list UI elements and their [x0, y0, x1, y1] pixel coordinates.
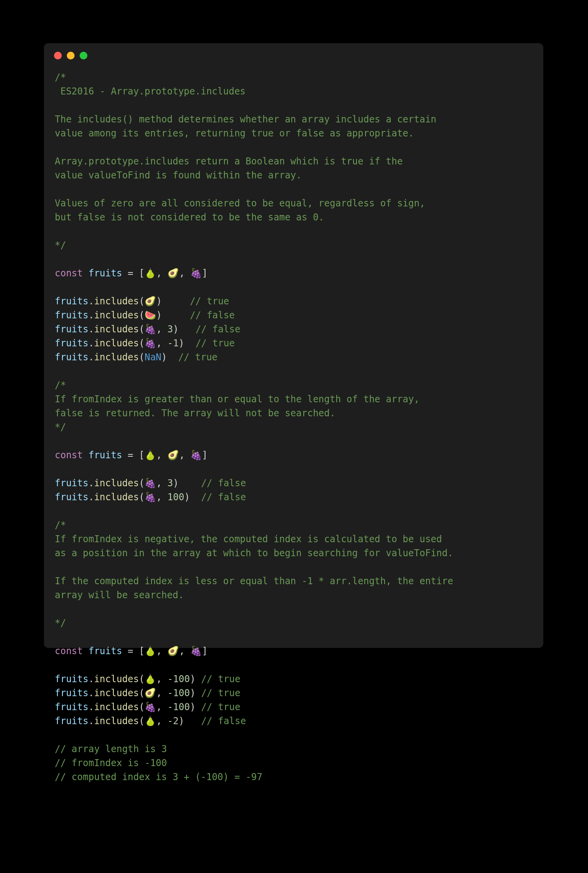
var-fruits: fruits [55, 716, 89, 726]
traffic-light-minimize[interactable] [67, 52, 75, 59]
avocado-icon: 🥑 [167, 450, 179, 461]
keyword-const: const [55, 450, 83, 461]
watermelon-icon: 🍉 [144, 310, 156, 321]
var-fruits: fruits [55, 310, 89, 321]
paren-open: ( [139, 702, 144, 712]
avocado-icon: 🥑 [144, 296, 156, 307]
paren-close: ) [173, 324, 179, 335]
comma: , [156, 478, 167, 489]
grapes-icon: 🍇 [144, 478, 156, 489]
paren-close: ) [190, 702, 195, 712]
var-fruits: fruits [55, 478, 89, 489]
method-includes: includes [94, 674, 139, 684]
grapes-icon: 🍇 [144, 492, 156, 503]
pear-icon: 🍐 [144, 646, 156, 656]
number-neg2: -2 [167, 716, 179, 726]
number-neg100: -100 [167, 688, 190, 698]
paren-open: ( [139, 492, 144, 503]
pear-icon: 🍐 [144, 716, 156, 726]
dot: . [89, 478, 94, 489]
paren-open: ( [139, 310, 144, 321]
paren-open: ( [139, 352, 144, 363]
paren-close: ) [190, 674, 195, 684]
dot: . [89, 324, 94, 335]
number-100: 100 [167, 492, 184, 503]
number-neg100: -100 [167, 674, 190, 684]
traffic-light-zoom[interactable] [80, 52, 87, 59]
comma: , [179, 450, 190, 461]
code-block: /* ES2016 - Array.prototype.includes The… [44, 59, 543, 795]
paren-open: ( [139, 296, 144, 307]
var-fruits: fruits [89, 268, 122, 279]
dot: . [89, 310, 94, 321]
method-includes: includes [94, 492, 139, 503]
comma: , [179, 646, 190, 656]
method-includes: includes [94, 296, 139, 307]
method-includes: includes [94, 352, 139, 363]
number-neg100: -100 [167, 702, 190, 712]
avocado-icon: 🥑 [167, 268, 179, 279]
paren-open: ( [139, 716, 144, 726]
var-fruits: fruits [55, 338, 89, 349]
equals: = [122, 450, 139, 461]
number-3: 3 [167, 324, 173, 335]
var-fruits: fruits [55, 324, 89, 335]
pear-icon: 🍐 [144, 450, 156, 461]
var-fruits: fruits [55, 674, 89, 684]
avocado-icon: 🥑 [167, 646, 179, 656]
comment-false: // false [195, 324, 240, 335]
comma: , [156, 646, 167, 656]
code-window: /* ES2016 - Array.prototype.includes The… [44, 43, 543, 648]
comment-false: // false [201, 492, 246, 503]
paren-close: ) [162, 352, 167, 363]
comma: , [156, 674, 167, 684]
comment-true: // true [178, 352, 217, 363]
dot: . [89, 338, 94, 349]
dot: . [89, 492, 94, 503]
bracket-open: [ [139, 450, 144, 461]
dot: . [89, 716, 94, 726]
tail-comment-1: // array length is 3 [55, 744, 167, 754]
equals: = [122, 646, 139, 656]
var-fruits: fruits [55, 352, 89, 363]
comma: , [156, 702, 167, 712]
grapes-icon: 🍇 [190, 268, 202, 279]
var-fruits: fruits [89, 450, 122, 461]
var-fruits: fruits [55, 492, 89, 503]
comma: , [156, 716, 167, 726]
method-includes: includes [94, 310, 139, 321]
paren-close: ) [179, 716, 184, 726]
comment-false: // false [201, 716, 246, 726]
avocado-icon: 🥑 [144, 688, 156, 698]
comma: , [156, 492, 167, 503]
paren-close: ) [179, 338, 184, 349]
grapes-icon: 🍇 [144, 702, 156, 712]
comma: , [156, 688, 167, 698]
nan-const: NaN [144, 352, 161, 363]
comment-true: // true [195, 338, 235, 349]
var-fruits: fruits [89, 646, 122, 656]
var-fruits: fruits [55, 688, 89, 698]
grapes-icon: 🍇 [144, 324, 156, 335]
pear-icon: 🍐 [144, 268, 156, 279]
comment-false: // false [190, 310, 235, 321]
method-includes: includes [94, 688, 139, 698]
comma: , [156, 338, 167, 349]
tail-comment-3: // computed index is 3 + (-100) = -97 [55, 772, 263, 782]
comment-true: // true [201, 688, 240, 698]
grapes-icon: 🍇 [190, 450, 202, 461]
method-includes: includes [94, 324, 139, 335]
block-comment-2: /* If fromIndex is greater than or equal… [55, 380, 419, 433]
bracket-open: [ [139, 268, 144, 279]
traffic-light-close[interactable] [54, 52, 62, 59]
block-comment-1: /* ES2016 - Array.prototype.includes The… [55, 72, 437, 251]
pear-icon: 🍐 [144, 674, 156, 684]
paren-open: ( [139, 688, 144, 698]
number-3: 3 [167, 478, 173, 489]
bracket-open: [ [139, 646, 144, 656]
dot: . [89, 352, 94, 363]
keyword-const: const [55, 268, 83, 279]
dot: . [89, 702, 94, 712]
paren-open: ( [139, 674, 144, 684]
var-fruits: fruits [55, 296, 89, 307]
